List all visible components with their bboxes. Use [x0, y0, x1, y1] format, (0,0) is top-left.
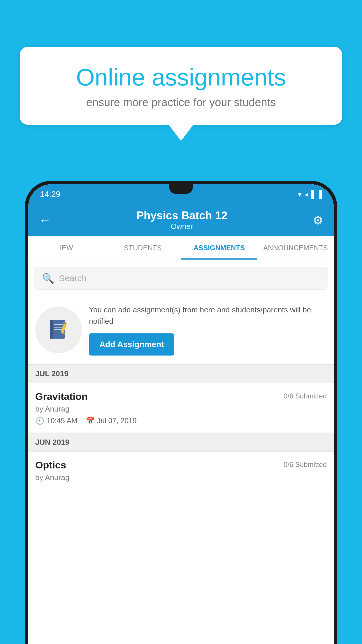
- promo-text: You can add assignment(s) from here and …: [89, 304, 327, 327]
- assignment-name-optics: Optics: [35, 459, 66, 471]
- search-icon: 🔍: [42, 272, 54, 284]
- tab-iew[interactable]: IEW: [28, 236, 105, 260]
- tabs-container: IEW STUDENTS ASSIGNMENTS ANNOUNCEMENTS: [28, 236, 334, 260]
- assignment-top-row-optics: Optics 0/6 Submitted: [35, 459, 327, 471]
- assignment-by-optics: by Anurag: [35, 473, 327, 482]
- add-assignment-button[interactable]: Add Assignment: [89, 333, 174, 356]
- header-title: Physics Batch 12: [136, 209, 228, 222]
- signal-icon: ◂▐: [305, 190, 314, 199]
- promo-section: You can add assignment(s) from here and …: [28, 295, 334, 364]
- battery-icon: ▐: [317, 190, 322, 199]
- phone-inner: 14:29 ▾ ◂▐ ▐ ← Physics Batch 12 Owner ⚙ …: [28, 184, 334, 644]
- svg-rect-3: [54, 327, 63, 328]
- tab-assignments[interactable]: ASSIGNMENTS: [181, 236, 257, 260]
- assignment-meta: 🕙 10:45 AM 📅 Jul 07, 2019: [35, 416, 327, 425]
- tab-announcements[interactable]: ANNOUNCEMENTS: [257, 236, 334, 260]
- notebook-icon: [45, 317, 72, 343]
- search-bar[interactable]: 🔍 Search: [34, 267, 328, 290]
- assignment-name: Gravitation: [35, 391, 87, 402]
- calendar-icon: 📅: [86, 416, 95, 425]
- speech-bubble-title: Online assignments: [40, 64, 322, 90]
- header-subtitle: Owner: [136, 222, 228, 231]
- status-time: 14:29: [40, 190, 60, 199]
- table-row[interactable]: Optics 0/6 Submitted by Anurag: [28, 452, 334, 493]
- promo-right: You can add assignment(s) from here and …: [89, 304, 327, 356]
- speech-bubble-subtitle: ensure more practice for your students: [40, 96, 322, 109]
- assignment-top-row: Gravitation 0/6 Submitted: [35, 391, 327, 402]
- svg-rect-2: [54, 324, 63, 325]
- assignment-submitted-optics: 0/6 Submitted: [284, 461, 327, 469]
- assignment-time: 🕙 10:45 AM: [35, 416, 78, 425]
- search-placeholder: Search: [59, 273, 87, 283]
- clock-icon: 🕙: [35, 416, 44, 425]
- section-header-jun: JUN 2019: [28, 433, 334, 452]
- content-area: 🔍 Search: [28, 260, 334, 644]
- promo-icon-circle: [35, 307, 82, 353]
- speech-bubble-container: Online assignments ensure more practice …: [20, 47, 342, 141]
- status-icons: ▾ ◂▐ ▐: [298, 190, 322, 199]
- svg-rect-1: [50, 320, 53, 339]
- speech-bubble-arrow: [169, 125, 193, 141]
- assignment-date: 📅 Jul 07, 2019: [86, 416, 137, 425]
- assignment-by: by Anurag: [35, 405, 327, 414]
- phone-notch: [169, 184, 193, 194]
- settings-icon[interactable]: ⚙: [313, 214, 323, 227]
- tab-students[interactable]: STUDENTS: [105, 236, 181, 260]
- table-row[interactable]: Gravitation 0/6 Submitted by Anurag 🕙 10…: [28, 383, 334, 433]
- back-button[interactable]: ←: [39, 213, 51, 227]
- app-header: ← Physics Batch 12 Owner ⚙: [28, 204, 334, 236]
- section-header-jul: JUL 2019: [28, 364, 334, 383]
- phone-frame: 14:29 ▾ ◂▐ ▐ ← Physics Batch 12 Owner ⚙ …: [25, 181, 337, 644]
- assignment-submitted: 0/6 Submitted: [284, 392, 327, 400]
- speech-bubble: Online assignments ensure more practice …: [20, 47, 342, 125]
- wifi-icon: ▾: [298, 190, 302, 199]
- header-center: Physics Batch 12 Owner: [136, 209, 228, 231]
